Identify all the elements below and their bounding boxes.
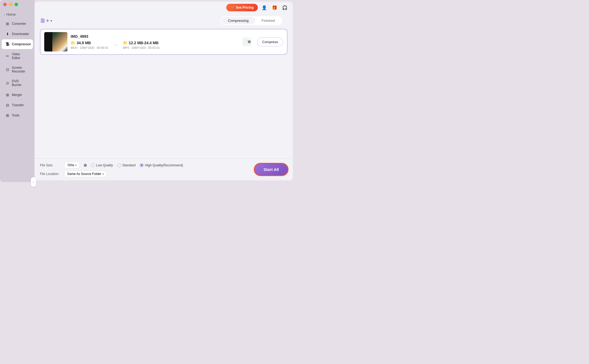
sidebar-item-compressor[interactable]: 🗜 Compressor (2, 39, 33, 49)
quality-standard-radio[interactable] (117, 163, 121, 167)
content-area: 🗎+ ▾ Compressing Finished IMG_4993 (35, 13, 293, 158)
traffic-lights (3, 3, 18, 6)
see-pricing-button[interactable]: 🛒 See Pricing (226, 4, 258, 11)
compress-label: Compress (262, 40, 278, 44)
sidebar-home[interactable]: ‹ Home (0, 10, 35, 19)
downloader-icon: ⬇ (5, 32, 10, 36)
add-file-chevron-icon: ▾ (50, 19, 52, 23)
main-content: 🛒 See Pricing 👤 🎁 🎧 🗎+ ▾ Compressing (35, 2, 293, 180)
source-folder-icon: 📁 (71, 41, 75, 45)
toolbar-rows: File Size: 70% ▾ ⚙ Low Quality Standard (40, 162, 251, 177)
sidebar-item-dvd-burner[interactable]: ⊙ DVD Burner (2, 77, 33, 90)
headset-icon: 🎧 (282, 5, 287, 10)
tab-bar: 🗎+ ▾ Compressing Finished (40, 16, 287, 25)
see-pricing-label: See Pricing (236, 6, 254, 9)
file-size-value: 70% (67, 163, 74, 167)
quality-low-radio[interactable] (91, 163, 95, 167)
source-size-value: 34.9 MB (77, 41, 91, 45)
sidebar-item-label: Downloader (12, 32, 29, 36)
quality-standard-label: Standard (122, 163, 136, 167)
quality-high-option[interactable]: High Quality(Recommend) (140, 163, 183, 167)
sidebar-item-label: Merger (12, 93, 22, 97)
file-location-line: File Location: Same As Source Folder ▾ (40, 171, 251, 177)
sidebar-item-label: Screen Recorder (12, 66, 29, 73)
transfer-icon: ⊟ (5, 103, 10, 107)
video-thumbnail (44, 32, 67, 51)
sidebar-collapse-button[interactable]: ‹ (31, 177, 36, 182)
sidebar-item-label: Video Editor (12, 52, 29, 60)
merger-icon: ⊞ (5, 93, 10, 97)
sidebar-item-tools[interactable]: ⊞ Tools (2, 111, 33, 120)
minimize-button[interactable] (9, 3, 12, 6)
gift-button[interactable]: 🎁 (271, 4, 278, 11)
sidebar-item-downloader[interactable]: ⬇ Downloader (2, 29, 33, 39)
add-file-icon: 🗎+ (40, 17, 49, 24)
file-details: 📁 34.9 MB MOV · 1080*1920 · 00:00:31 → (71, 41, 239, 49)
sidebar-home-label: Home (6, 12, 16, 16)
close-button[interactable] (3, 3, 7, 6)
target-resolution: 1080*1920 (131, 46, 146, 49)
tabs-container: Compressing Finished (221, 16, 282, 25)
bottom-toolbar: File Size: 70% ▾ ⚙ Low Quality Standard (35, 158, 293, 180)
start-all-button[interactable]: Start All (255, 164, 287, 175)
compress-settings-button[interactable]: 📄⚙ (242, 37, 252, 46)
quality-standard-option[interactable]: Standard (117, 163, 136, 167)
compress-button[interactable]: Compress (257, 37, 283, 46)
file-size-selector[interactable]: 70% ▾ (64, 162, 80, 169)
compressor-icon: 🗜 (5, 42, 10, 46)
source-resolution: 1080*1920 (80, 46, 94, 49)
add-file-button[interactable]: 🗎+ ▾ (40, 17, 52, 24)
sidebar-item-merger[interactable]: ⊞ Merger (2, 90, 33, 100)
file-location-label: File Location: (40, 172, 61, 176)
tab-compressing-label: Compressing (228, 19, 249, 23)
target-size: 📁 12.2 MB-24.4 MB (123, 41, 160, 45)
video-card: IMG_4993 📁 34.9 MB MOV · 1080*1920 · (40, 29, 287, 55)
target-duration: 00:00:31 (148, 46, 160, 49)
topbar: 🛒 See Pricing 👤 🎁 🎧 (35, 2, 293, 13)
thumbnail-image (44, 32, 67, 51)
tab-finished[interactable]: Finished (255, 17, 281, 24)
tools-icon: ⊞ (5, 113, 10, 118)
avatar-button[interactable]: 👤 (261, 4, 268, 11)
sidebar-item-video-editor[interactable]: ✂ Video Editor (2, 50, 33, 63)
maximize-button[interactable] (15, 3, 18, 6)
file-info: IMG_4993 📁 34.9 MB MOV · 1080*1920 · (71, 34, 239, 49)
target-folder-icon: 📁 (123, 41, 128, 45)
arrow-right-icon: → (113, 42, 118, 48)
tab-finished-label: Finished (262, 19, 275, 23)
avatar-icon: 👤 (262, 5, 267, 10)
sidebar-item-label: Compressor (12, 42, 31, 46)
source-duration: 00:00:31 (97, 46, 108, 49)
sidebar-item-label: Converter (12, 22, 26, 26)
sidebar-item-screen-recorder[interactable]: ⊡ Screen Recorder (2, 63, 33, 76)
dvd-burner-icon: ⊙ (5, 81, 10, 85)
file-size-chevron-icon: ▾ (75, 164, 77, 167)
file-location-value: Same As Source Folder (67, 172, 101, 176)
quality-radio-group: Low Quality Standard High Quality(Recomm… (91, 163, 183, 167)
quality-high-radio[interactable] (140, 163, 143, 167)
quality-low-option[interactable]: Low Quality (91, 163, 113, 167)
source-file-box: 📁 34.9 MB MOV · 1080*1920 · 00:00:31 (71, 41, 108, 49)
screen-recorder-icon: ⊡ (5, 67, 10, 72)
quality-low-label: Low Quality (96, 163, 113, 167)
gift-icon: 🎁 (272, 5, 277, 10)
home-chevron-icon: ‹ (4, 13, 5, 16)
quality-settings-icon[interactable]: ⚙ (82, 162, 88, 168)
sidebar-item-converter[interactable]: ⊞ Converter (2, 19, 33, 29)
tab-compressing[interactable]: Compressing (221, 17, 255, 24)
source-size: 📁 34.9 MB (71, 41, 108, 45)
file-size-line: File Size: 70% ▾ ⚙ Low Quality Standard (40, 162, 251, 169)
headset-button[interactable]: 🎧 (281, 4, 289, 11)
sidebar-item-label: DVD Burner (12, 79, 29, 87)
file-size-label: File Size: (40, 163, 61, 167)
source-format: MOV (71, 46, 77, 49)
sidebar: ‹ Home ⊞ Converter ⬇ Downloader 🗜 Compre… (0, 0, 35, 182)
target-meta: MP4 · 1080*1920 · 00:00:31 (123, 46, 160, 49)
location-chevron-icon: ▾ (102, 173, 104, 176)
sidebar-item-transfer[interactable]: ⊟ Transfer (2, 100, 33, 110)
start-all-label: Start All (263, 167, 279, 172)
file-location-selector[interactable]: Same As Source Folder ▾ (64, 171, 107, 177)
source-meta: MOV · 1080*1920 · 00:00:31 (71, 46, 108, 49)
target-file-box: 📁 12.2 MB-24.4 MB MP4 · 1080*1920 · 00:0… (123, 41, 160, 49)
target-size-value: 12.2 MB-24.4 MB (129, 41, 159, 45)
